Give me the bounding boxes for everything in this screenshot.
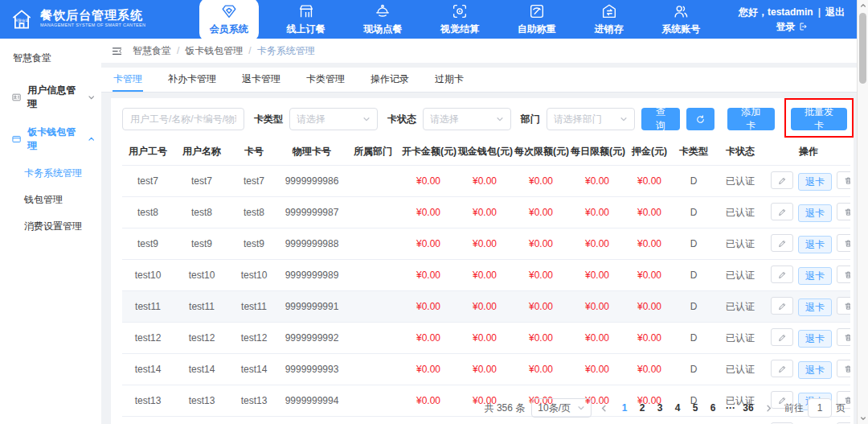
- sidebar-subitem[interactable]: 钱包管理: [0, 187, 101, 213]
- pencil-icon: [778, 333, 787, 342]
- table-header-cell: 现金钱包(元): [457, 138, 513, 166]
- cell-physical-no: 9999999993: [278, 354, 346, 385]
- page-size-select[interactable]: 10条/页: [531, 398, 592, 418]
- tab[interactable]: 过期卡: [434, 68, 465, 92]
- trash-icon: [844, 364, 851, 373]
- tab[interactable]: 退卡管理: [241, 68, 281, 92]
- nav-item-self-weighing[interactable]: 自助称重: [507, 0, 567, 41]
- scrollbar-thumb[interactable]: [859, 13, 866, 84]
- goto-input[interactable]: [808, 398, 832, 418]
- app-title: 餐饮后台管理系统: [40, 9, 195, 23]
- page-size-value: 10条/页: [538, 401, 571, 415]
- keyword-input[interactable]: [122, 108, 244, 130]
- card-status-select[interactable]: 请选择: [423, 108, 511, 130]
- edit-button[interactable]: [771, 234, 793, 252]
- edit-button[interactable]: [771, 297, 793, 315]
- page-number[interactable]: 4: [669, 401, 686, 415]
- page-number[interactable]: 5: [687, 401, 703, 415]
- smart-canteen-house-icon: 智慧食堂: [10, 7, 34, 31]
- delete-button[interactable]: [837, 360, 850, 377]
- cell-card-status: 已认证: [714, 260, 767, 291]
- cell-daily-limit: ¥0.00: [569, 228, 625, 260]
- sidebar-subitem[interactable]: 卡务系统管理: [0, 160, 101, 187]
- page-number[interactable]: 1: [616, 401, 633, 415]
- collapse-menu-icon[interactable]: [111, 45, 123, 57]
- page-number[interactable]: 36: [740, 401, 756, 415]
- return-card-button[interactable]: 退卡: [798, 267, 832, 285]
- cell-per-limit: ¥0.00: [513, 197, 569, 228]
- card-type-select[interactable]: 请选择: [289, 108, 378, 130]
- cell-open-amount: ¥0.00: [400, 291, 457, 323]
- tab[interactable]: 卡类管理: [305, 68, 346, 92]
- nav-item-visual-settlement[interactable]: 视觉结算: [430, 0, 489, 41]
- table-row: test12 test12 test12 9999999992 ¥0.00 ¥0…: [122, 323, 850, 354]
- return-card-button[interactable]: 退卡: [798, 361, 832, 379]
- cell-deposit: ¥0.00: [625, 228, 674, 260]
- edit-button[interactable]: [771, 171, 793, 189]
- chevron-down-icon: [620, 115, 628, 123]
- return-card-button[interactable]: 退卡: [798, 236, 832, 253]
- search-button[interactable]: 查询: [641, 108, 680, 130]
- next-page-button[interactable]: [763, 404, 775, 413]
- scroll-up-icon[interactable]: [858, 0, 868, 11]
- breadcrumb-item[interactable]: /智慧食堂: [133, 45, 171, 56]
- nav-item-inventory[interactable]: 进销存: [584, 0, 634, 41]
- delete-button[interactable]: [837, 203, 850, 220]
- cell-physical-no: 9999999988: [278, 228, 346, 260]
- return-card-button[interactable]: 退卡: [798, 204, 832, 222]
- table-header-cell: 操作: [767, 138, 850, 166]
- department-select[interactable]: 请选择部门: [547, 108, 635, 130]
- cell-user-name: test9: [174, 228, 230, 260]
- delete-button[interactable]: [837, 171, 850, 189]
- scrollbar[interactable]: [857, 0, 868, 424]
- page-number[interactable]: 3: [652, 401, 668, 415]
- scroll-down-icon[interactable]: [858, 413, 868, 424]
- app-logo: 智慧食堂 餐饮后台管理系统 MANAGEMENT SYSTEM OF SMART…: [0, 7, 175, 31]
- breadcrumb-item[interactable]: /饭卡钱包管理: [171, 45, 243, 56]
- cell-user-id: test14: [122, 354, 174, 385]
- nav-item-member-system[interactable]: 会员系统: [199, 0, 259, 41]
- edit-button[interactable]: [771, 328, 793, 346]
- cell-card-no: test7: [230, 166, 278, 197]
- cell-cash-wallet: ¥0.00: [457, 166, 513, 197]
- add-card-button[interactable]: 添加卡: [727, 108, 775, 130]
- id-card-icon: [11, 92, 22, 103]
- trash-icon: [844, 333, 851, 342]
- cell-card-type: D: [674, 291, 714, 323]
- return-card-button[interactable]: 退卡: [798, 330, 832, 348]
- delete-button[interactable]: [837, 234, 850, 252]
- sidebar-item-user-info[interactable]: 用户信息管理: [0, 76, 101, 118]
- chevron-left-icon: [600, 404, 608, 413]
- page-number[interactable]: ···: [723, 401, 739, 415]
- prev-page-button[interactable]: [598, 404, 610, 413]
- batch-issue-button[interactable]: 批量发卡: [791, 108, 847, 130]
- return-card-button[interactable]: 退卡: [798, 298, 832, 316]
- page-number[interactable]: 2: [634, 401, 650, 415]
- breadcrumb-item[interactable]: /卡务系统管理: [243, 45, 314, 56]
- tab[interactable]: 补办卡管理: [167, 68, 217, 92]
- return-card-button[interactable]: 退卡: [798, 173, 832, 191]
- cell-card-type: D: [674, 228, 714, 260]
- edit-button[interactable]: [771, 266, 793, 283]
- sidebar-subitem[interactable]: 消费设置管理: [0, 213, 101, 240]
- delete-button[interactable]: [837, 266, 850, 283]
- refresh-button[interactable]: [686, 108, 714, 130]
- nav-item-online-order[interactable]: 线上订餐: [276, 0, 336, 41]
- cell-user-id: test9: [122, 228, 174, 260]
- sidebar-item-card-wallet[interactable]: 饭卡钱包管理: [0, 118, 101, 160]
- cell-operations: 退卡: [767, 166, 850, 197]
- user-greeting: 您好，testadmin: [739, 6, 813, 18]
- users-icon: [672, 2, 690, 20]
- delete-button[interactable]: [837, 328, 850, 346]
- tab[interactable]: 卡管理: [113, 68, 143, 92]
- page-number[interactable]: 6: [705, 401, 721, 415]
- nav-item-system-account[interactable]: 系统账号: [651, 0, 710, 41]
- cell-card-no: test14: [230, 354, 278, 385]
- sidebar-title: 智慧食堂: [0, 48, 101, 76]
- cell-operations: 退卡: [767, 354, 850, 385]
- edit-button[interactable]: [771, 203, 793, 220]
- delete-button[interactable]: [837, 297, 850, 315]
- nav-item-onsite-order[interactable]: 现场点餐: [353, 0, 412, 41]
- edit-button[interactable]: [771, 360, 793, 377]
- tab[interactable]: 操作记录: [370, 68, 410, 92]
